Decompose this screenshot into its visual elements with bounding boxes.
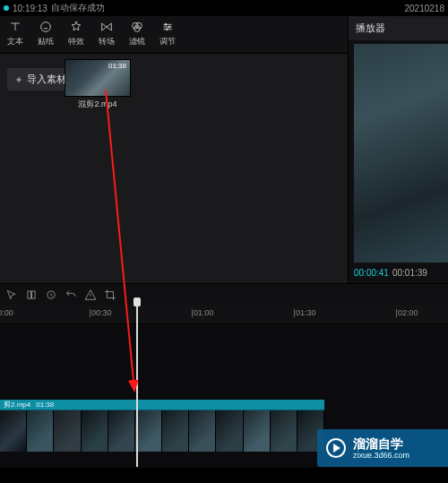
undo-icon bbox=[65, 289, 77, 301]
media-clip-duration: 01:38 bbox=[107, 62, 128, 70]
watermark-brand: 溜溜自学 bbox=[353, 437, 409, 450]
ruler-tick: 0:00 bbox=[0, 308, 13, 317]
svg-point-5 bbox=[168, 26, 170, 28]
ruler-tick: |01:00 bbox=[192, 308, 214, 317]
tool-warning[interactable] bbox=[84, 289, 97, 301]
tab-sticker[interactable]: 贴纸 bbox=[30, 20, 61, 47]
play-circle-icon bbox=[326, 438, 346, 458]
tool-select[interactable] bbox=[5, 289, 18, 301]
tab-text-label: 文本 bbox=[7, 36, 23, 47]
bottom-bar bbox=[0, 468, 448, 483]
timeline-clip-frames bbox=[0, 410, 324, 452]
svg-point-6 bbox=[166, 29, 168, 30]
preview-viewport[interactable] bbox=[354, 44, 448, 263]
plus-icon bbox=[14, 75, 23, 84]
watermark-domain: zixue.3d66.com bbox=[353, 452, 409, 460]
crop-icon bbox=[104, 289, 116, 301]
split-icon bbox=[25, 289, 38, 301]
ruler-tick: |01:30 bbox=[294, 308, 316, 317]
tab-sticker-label: 贴纸 bbox=[38, 36, 54, 47]
transition-icon bbox=[99, 20, 114, 34]
left-panel: 文本 贴纸 特效 转场 滤镜 调节 bbox=[0, 16, 348, 283]
adjust-icon bbox=[160, 20, 175, 34]
media-clip-name: 混剪2.mp4 bbox=[65, 99, 131, 110]
sticker-icon bbox=[39, 20, 53, 34]
top-toolbar: 文本 贴纸 特效 转场 滤镜 调节 bbox=[0, 16, 348, 54]
ruler-tick: |02:00 bbox=[396, 308, 418, 317]
preview-total-time: 00:01:39 bbox=[392, 268, 427, 278]
warning-icon bbox=[84, 289, 97, 301]
import-media-button[interactable]: 导入素材 bbox=[7, 68, 73, 91]
svg-rect-8 bbox=[32, 290, 36, 298]
tab-text[interactable]: 文本 bbox=[0, 20, 30, 47]
preview-panel: 播放器 00:00:41 00:01:39 bbox=[348, 16, 448, 283]
effect-icon bbox=[69, 20, 83, 34]
tool-marker[interactable] bbox=[45, 289, 57, 301]
media-clip-thumb: 01:38 bbox=[65, 59, 131, 97]
ruler-tick: |00:30 bbox=[90, 308, 112, 317]
select-icon bbox=[5, 289, 18, 301]
watermark: 溜溜自学 zixue.3d66.com bbox=[317, 429, 448, 467]
title-bar: 10:19:13 自动保存成功 20210218 bbox=[0, 0, 448, 16]
autosave-status: 自动保存成功 bbox=[51, 2, 105, 14]
timeline-clip-header: 剪2.mp4 01:38 bbox=[0, 400, 324, 410]
timeline-clip[interactable]: 剪2.mp4 01:38 bbox=[0, 400, 324, 452]
media-area[interactable]: 导入素材 01:38 混剪2.mp4 bbox=[0, 54, 348, 283]
main-row: 文本 贴纸 特效 转场 滤镜 调节 bbox=[0, 16, 448, 283]
tab-effect[interactable]: 特效 bbox=[61, 20, 91, 47]
tab-filter[interactable]: 滤镜 bbox=[122, 20, 152, 47]
tab-effect-label: 特效 bbox=[68, 36, 84, 47]
title-date: 20210218 bbox=[405, 4, 445, 13]
tab-transition-label: 转场 bbox=[99, 36, 115, 47]
tool-crop[interactable] bbox=[104, 289, 116, 301]
marker-icon bbox=[45, 289, 57, 301]
tab-adjust[interactable]: 调节 bbox=[152, 20, 183, 47]
title-time: 10:19:13 bbox=[13, 4, 47, 13]
filter-icon bbox=[130, 20, 144, 34]
tab-transition[interactable]: 转场 bbox=[91, 20, 122, 47]
svg-point-4 bbox=[165, 23, 167, 25]
timeline-clip-duration: 01:38 bbox=[36, 401, 54, 409]
tab-adjust-label: 调节 bbox=[159, 36, 176, 47]
tab-filter-label: 滤镜 bbox=[129, 36, 145, 47]
svg-rect-7 bbox=[28, 290, 31, 298]
tool-undo[interactable] bbox=[65, 289, 77, 301]
timeline-tools bbox=[0, 283, 448, 305]
import-media-label: 导入素材 bbox=[27, 73, 66, 86]
timeline-ruler[interactable]: 0:00 |00:30 |01:00 |01:30 |02:00 bbox=[0, 305, 448, 324]
timeline-clip-name: 剪2.mp4 bbox=[4, 400, 30, 410]
media-clip[interactable]: 01:38 混剪2.mp4 bbox=[65, 59, 131, 110]
text-icon bbox=[8, 20, 22, 34]
preview-title: 播放器 bbox=[349, 16, 448, 40]
tool-split[interactable] bbox=[25, 289, 38, 301]
preview-current-time: 00:00:41 bbox=[354, 268, 389, 278]
playhead[interactable] bbox=[136, 303, 138, 467]
preview-timecodes: 00:00:41 00:01:39 bbox=[349, 263, 448, 283]
svg-point-0 bbox=[41, 22, 51, 32]
status-dot bbox=[4, 5, 9, 11]
